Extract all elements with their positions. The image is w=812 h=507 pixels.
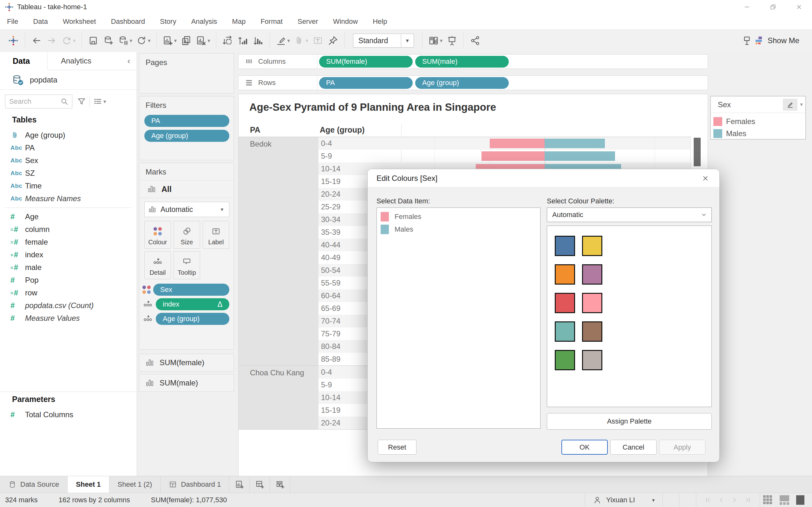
legend-menu-caret[interactable]: ▾ bbox=[800, 101, 803, 108]
mark-type-select[interactable]: Automatic ▾ bbox=[144, 202, 229, 217]
first-sheet-icon[interactable] bbox=[704, 497, 711, 504]
filter-pill-pa[interactable]: PA bbox=[144, 115, 229, 127]
field-sex[interactable]: AbcSex bbox=[0, 154, 137, 167]
label-button[interactable]: Label bbox=[203, 221, 229, 249]
restore-button[interactable] bbox=[760, 0, 786, 14]
tooltip-button-icon[interactable] bbox=[739, 33, 754, 48]
field-measure-values[interactable]: #Measure Values bbox=[0, 312, 137, 325]
fix-axes-icon[interactable] bbox=[325, 33, 341, 48]
clear-sheet-icon[interactable]: ▾ bbox=[194, 33, 212, 48]
forward-icon[interactable] bbox=[44, 33, 59, 48]
palette-swatch[interactable] bbox=[555, 236, 575, 256]
palette-swatch[interactable] bbox=[582, 350, 602, 370]
refresh-icon[interactable]: ▾ bbox=[134, 33, 152, 48]
show-hide-cards-icon[interactable]: ▾ bbox=[426, 33, 445, 48]
pa-column-header[interactable]: PA bbox=[250, 125, 260, 134]
field-age-group-[interactable]: Age (group) bbox=[0, 129, 137, 142]
field-index[interactable]: =#index bbox=[0, 248, 137, 261]
menu-map[interactable]: Map bbox=[232, 17, 246, 26]
next-sheet-icon[interactable] bbox=[731, 497, 738, 504]
apply-button[interactable]: Apply bbox=[659, 440, 705, 455]
age-group-label[interactable]: 35-39 bbox=[318, 228, 340, 237]
age-group-label[interactable]: 85-89 bbox=[318, 355, 340, 363]
tab-sheet-1[interactable]: Sheet 1 bbox=[68, 476, 109, 493]
search-input[interactable] bbox=[9, 97, 60, 106]
menu-dashboard[interactable]: Dashboard bbox=[111, 17, 145, 26]
field-male[interactable]: =#male bbox=[0, 261, 137, 274]
vertical-scrollbar[interactable] bbox=[694, 138, 701, 166]
reset-button[interactable]: Reset bbox=[378, 440, 417, 455]
age-group-label[interactable]: 30-34 bbox=[318, 215, 340, 224]
prev-sheet-icon[interactable] bbox=[718, 497, 725, 504]
dialog-close-icon[interactable] bbox=[699, 172, 712, 185]
pa-cell[interactable]: Choa Chu Kang bbox=[239, 366, 318, 429]
show-sheet-view-icon[interactable] bbox=[796, 495, 804, 505]
field-row[interactable]: =#row bbox=[0, 286, 137, 299]
tab-sheet-1-2-[interactable]: Sheet 1 (2) bbox=[110, 476, 161, 493]
filter-fields-icon[interactable] bbox=[77, 97, 86, 106]
age-group-label[interactable]: 80-84 bbox=[318, 342, 340, 351]
palette-swatch[interactable] bbox=[582, 321, 602, 342]
size-button[interactable]: Size bbox=[174, 221, 200, 249]
sum-male-card[interactable]: SUM(male) bbox=[139, 374, 234, 392]
palette-swatch[interactable] bbox=[555, 350, 575, 370]
menu-format[interactable]: Format bbox=[260, 17, 283, 26]
marks-pill-age-group-[interactable]: Age (group) bbox=[156, 313, 229, 325]
tab-data-source[interactable]: Data Source bbox=[0, 476, 68, 493]
view-list-icon[interactable] bbox=[93, 97, 103, 106]
age-group-label[interactable]: 15-19 bbox=[318, 406, 340, 415]
age-group-label[interactable]: 40-44 bbox=[318, 240, 340, 249]
highlight-pen-icon[interactable] bbox=[783, 99, 797, 111]
field-pa[interactable]: AbcPA bbox=[0, 142, 137, 154]
show-filmstrip-view-icon[interactable] bbox=[779, 495, 789, 505]
add-data-icon[interactable] bbox=[101, 33, 116, 48]
tableau-logo-icon[interactable] bbox=[6, 33, 21, 48]
highlight-icon[interactable]: ▾ bbox=[274, 33, 292, 48]
presentation-mode-icon[interactable] bbox=[444, 33, 459, 48]
age-group-label[interactable]: 75-79 bbox=[318, 329, 340, 338]
tab-data[interactable]: Data bbox=[0, 52, 48, 70]
ok-button[interactable]: OK bbox=[561, 440, 608, 455]
swap-rows-columns-icon[interactable] bbox=[220, 33, 235, 48]
field-age[interactable]: #Age bbox=[0, 210, 137, 223]
field-pop[interactable]: #Pop bbox=[0, 274, 137, 286]
legend-item-males[interactable]: Males bbox=[711, 127, 805, 139]
age-group-label[interactable]: 55-59 bbox=[318, 279, 340, 287]
tooltip-button[interactable]: Tooltip bbox=[174, 251, 200, 279]
pause-auto-updates-icon[interactable]: ▾ bbox=[116, 33, 134, 48]
palette-dropdown[interactable]: Automatic bbox=[547, 208, 712, 222]
minimize-button[interactable] bbox=[734, 0, 760, 14]
marks-all-row[interactable]: All bbox=[139, 180, 234, 198]
menu-analysis[interactable]: Analysis bbox=[191, 17, 217, 26]
fit-select-caret[interactable]: ▾ bbox=[401, 34, 414, 47]
palette-swatch[interactable] bbox=[582, 236, 602, 256]
show-hide-cards-caret[interactable]: ▾ bbox=[440, 38, 443, 44]
palette-swatch[interactable] bbox=[555, 293, 575, 313]
refresh-caret[interactable]: ▾ bbox=[148, 38, 151, 44]
menu-help[interactable]: Help bbox=[373, 17, 387, 26]
columns-pill-sum-male-[interactable]: SUM(male) bbox=[415, 56, 509, 68]
pause-auto-updates-caret[interactable]: ▾ bbox=[130, 38, 133, 44]
search-box[interactable] bbox=[5, 95, 72, 109]
age-group-label[interactable]: 10-14 bbox=[318, 164, 340, 173]
menu-file[interactable]: File bbox=[7, 17, 18, 26]
age-group-label[interactable]: 65-69 bbox=[318, 304, 340, 313]
menu-worksheet[interactable]: Worksheet bbox=[63, 17, 96, 26]
assign-palette-button[interactable]: Assign Palette bbox=[547, 413, 712, 430]
legend-item-females[interactable]: Females bbox=[711, 115, 805, 127]
group-members-caret[interactable]: ▾ bbox=[305, 38, 308, 44]
field-total-columns[interactable]: #Total Columns bbox=[0, 408, 137, 421]
share-icon[interactable] bbox=[467, 33, 483, 48]
palette-swatch[interactable] bbox=[555, 264, 575, 285]
age-group-label[interactable]: 50-54 bbox=[318, 266, 340, 275]
age-group-label[interactable]: 5-9 bbox=[318, 380, 332, 389]
data-item-list[interactable]: FemalesMales bbox=[376, 208, 541, 429]
show-mark-labels-icon[interactable] bbox=[310, 33, 325, 48]
field-sz[interactable]: AbcSZ bbox=[0, 167, 137, 180]
new-story-tab-button[interactable] bbox=[270, 476, 290, 493]
age-group-label[interactable]: 20-24 bbox=[318, 190, 340, 199]
save-icon[interactable] bbox=[86, 33, 101, 48]
field-measure-names[interactable]: AbcMeasure Names bbox=[0, 192, 137, 205]
age-column-header[interactable]: Age (group) bbox=[320, 125, 365, 134]
mark-type-caret[interactable]: ▾ bbox=[215, 202, 229, 217]
